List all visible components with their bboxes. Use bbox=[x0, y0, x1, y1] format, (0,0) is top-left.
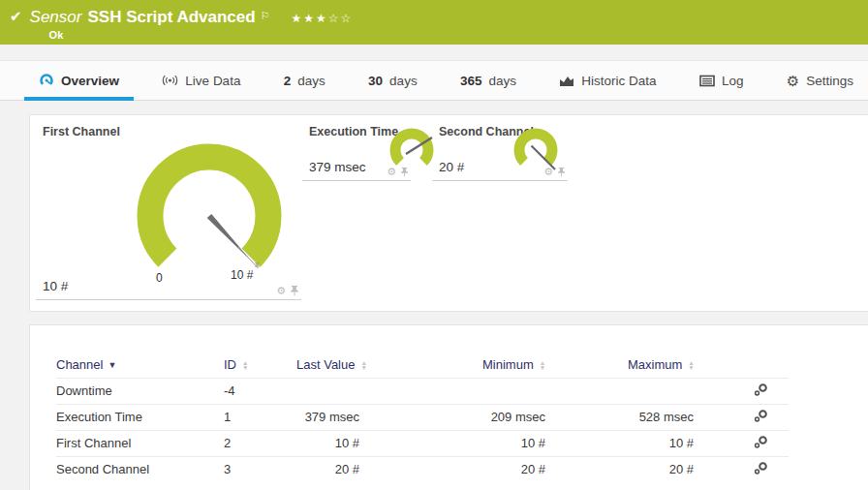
channel-last-value: 379 msec bbox=[296, 404, 482, 430]
log-icon bbox=[699, 75, 715, 87]
channel-id: -4 bbox=[224, 378, 296, 404]
tab-label: Historic Data bbox=[581, 74, 656, 88]
channel-maximum: 528 msec bbox=[628, 404, 754, 430]
settings-gear-icon: ⚙ bbox=[787, 74, 799, 88]
gauge-pin-icon[interactable] bbox=[557, 167, 566, 177]
channel-name: Second Channel bbox=[56, 456, 224, 482]
sensor-title-block: Sensor SSH Script Advanced ⚐ ★★★☆☆ Ok bbox=[30, 7, 354, 41]
channel-id: 1 bbox=[224, 404, 296, 430]
table-row: First Channel 2 10 # 10 # 10 # bbox=[56, 430, 789, 456]
gauge-gear-icon[interactable]: ⚙ bbox=[387, 167, 396, 177]
column-header-id[interactable]: ID▲▼ bbox=[224, 352, 296, 378]
channel-table: Channel▼ ID▲▼ Last Value▲▼ Minimum▲▼ Max… bbox=[56, 352, 789, 482]
primary-gauge-widget: First Channel x 0 10 # 10 # ⚙ bbox=[36, 120, 301, 300]
tab-label: Log bbox=[722, 74, 744, 88]
sensor-status-header: ✔ Sensor SSH Script Advanced ⚐ ★★★☆☆ Ok bbox=[0, 0, 868, 45]
column-header-channel[interactable]: Channel▼ bbox=[56, 352, 224, 378]
tab-settings[interactable]: ⚙ Settings bbox=[772, 61, 868, 100]
live-data-icon bbox=[162, 74, 178, 87]
sensor-tab-bar: Overview Live Data 2 days 30 days 365 da… bbox=[0, 60, 868, 101]
second-channel-gauge-widget: Second Channel 20 # ⚙ bbox=[432, 120, 568, 181]
channel-name: First Channel bbox=[56, 430, 224, 456]
tab-label: Live Data bbox=[185, 74, 240, 88]
tab-label: days bbox=[389, 74, 418, 88]
gauge-current-value: 10 # bbox=[43, 279, 68, 293]
tab-historic-data[interactable]: Historic Data bbox=[544, 61, 670, 100]
channel-settings-icon[interactable] bbox=[754, 383, 768, 400]
gauge-pin-icon[interactable] bbox=[400, 167, 409, 177]
column-header-actions bbox=[754, 352, 789, 378]
channel-table-panel: Channel▼ ID▲▼ Last Value▲▼ Minimum▲▼ Max… bbox=[29, 324, 868, 490]
gauges-panel: First Channel x 0 10 # 10 # ⚙ Execution … bbox=[29, 114, 868, 312]
gauge-pin-icon[interactable] bbox=[290, 285, 299, 296]
gauge-title: First Channel bbox=[43, 125, 120, 138]
tab-number: 365 bbox=[460, 74, 482, 88]
gauge-gear-icon[interactable]: ⚙ bbox=[543, 167, 553, 177]
page-title: SSH Script Advanced bbox=[87, 7, 255, 28]
tab-overview[interactable]: Overview bbox=[24, 61, 134, 100]
channel-minimum: 20 # bbox=[482, 456, 628, 482]
tab-live-data[interactable]: Live Data bbox=[147, 61, 255, 100]
channel-name: Execution Time bbox=[56, 404, 224, 430]
sort-both-icon: ▲▼ bbox=[360, 360, 366, 370]
tab-label: days bbox=[488, 74, 516, 88]
gauge-current-value: 379 msec bbox=[309, 160, 366, 174]
sort-both-icon: ▲▼ bbox=[688, 360, 694, 370]
flag-icon[interactable]: ⚐ bbox=[261, 5, 270, 26]
gauge-gear-icon[interactable]: ⚙ bbox=[276, 286, 286, 296]
tab-log[interactable]: Log bbox=[685, 61, 759, 100]
tab-number: 2 bbox=[284, 74, 292, 88]
channel-settings-icon[interactable] bbox=[754, 461, 768, 478]
channel-last-value: 20 # bbox=[296, 456, 482, 482]
tab-label: days bbox=[297, 74, 326, 88]
channel-last-value bbox=[296, 378, 482, 404]
channel-id: 3 bbox=[224, 456, 296, 482]
tab-365-days[interactable]: 365 days bbox=[446, 61, 531, 100]
gauge-scale-max: 10 # bbox=[231, 268, 253, 282]
header-gap bbox=[0, 45, 868, 60]
column-header-last-value[interactable]: Last Value▲▼ bbox=[296, 352, 482, 378]
channel-settings-icon[interactable] bbox=[754, 435, 768, 452]
channel-maximum bbox=[628, 378, 754, 404]
channel-maximum: 20 # bbox=[628, 456, 754, 482]
sort-both-icon: ▲▼ bbox=[242, 360, 248, 370]
page-title-prefix: Sensor bbox=[30, 7, 82, 28]
primary-gauge-chart: x bbox=[132, 138, 287, 293]
tab-number: 30 bbox=[368, 74, 383, 88]
column-header-minimum[interactable]: Minimum▲▼ bbox=[482, 352, 628, 378]
channel-settings-icon[interactable] bbox=[754, 409, 768, 426]
channel-name: Downtime bbox=[56, 378, 224, 404]
sort-desc-icon: ▼ bbox=[108, 360, 116, 370]
sort-both-icon: ▲▼ bbox=[540, 360, 545, 370]
tab-2-days[interactable]: 2 days bbox=[269, 61, 340, 100]
channel-minimum bbox=[482, 378, 628, 404]
gauge-icon bbox=[39, 73, 54, 88]
channel-id: 2 bbox=[224, 430, 296, 456]
historic-data-icon bbox=[559, 74, 574, 87]
table-row: Second Channel 3 20 # 20 # 20 # bbox=[56, 456, 789, 482]
table-header-row: Channel▼ ID▲▼ Last Value▲▼ Minimum▲▼ Max… bbox=[56, 352, 789, 378]
priority-stars[interactable]: ★★★☆☆ bbox=[292, 8, 354, 29]
channel-maximum: 10 # bbox=[628, 430, 754, 456]
status-badge: Ok bbox=[49, 29, 354, 41]
needle-tip-marker: x bbox=[255, 260, 260, 269]
column-header-maximum[interactable]: Maximum▲▼ bbox=[628, 352, 754, 378]
table-row: Execution Time 1 379 msec 209 msec 528 m… bbox=[56, 404, 789, 430]
table-row: Downtime -4 bbox=[56, 378, 789, 404]
status-ok-check-icon: ✔ bbox=[10, 7, 22, 26]
execution-time-gauge-widget: Execution Time 379 msec ⚙ bbox=[302, 120, 411, 181]
tab-label: Settings bbox=[806, 74, 853, 88]
gauge-scale-min: 0 bbox=[156, 271, 163, 285]
tab-30-days[interactable]: 30 days bbox=[354, 61, 432, 100]
tab-label: Overview bbox=[61, 74, 119, 88]
gauge-current-value: 20 # bbox=[439, 160, 464, 174]
channel-minimum: 209 msec bbox=[482, 404, 628, 430]
channel-last-value: 10 # bbox=[296, 430, 482, 456]
channel-minimum: 10 # bbox=[482, 430, 628, 456]
